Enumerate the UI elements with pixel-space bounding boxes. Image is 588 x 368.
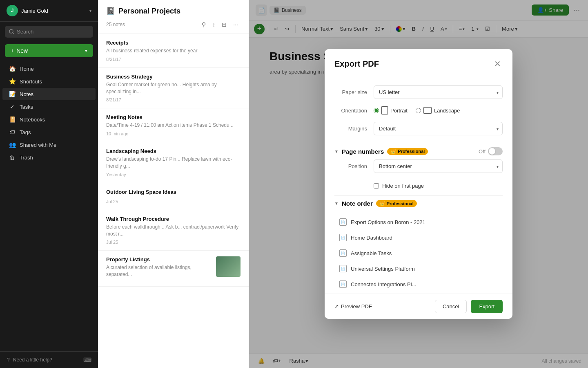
paper-size-select[interactable]: US letter A4 A3 Letter Legal — [374, 85, 503, 99]
sidebar-nav: 🏠 Home ⭐ Shortcuts 📝 Notes ✓ Tasks 📔 Not… — [0, 60, 98, 351]
note-title: Business Strategy — [106, 74, 241, 80]
paper-size-row: Paper size US letter A4 A3 Letter Legal … — [334, 85, 503, 99]
margins-row: Margins Default Narrow Wide None ▾ — [334, 122, 503, 135]
note-order-item-label: Home Dashboard — [351, 235, 392, 241]
svg-line-1 — [13, 33, 14, 34]
keyboard-icon: ⌨ — [83, 357, 91, 363]
list-item[interactable]: Property Listings A curated selection of… — [98, 251, 249, 287]
note-title: Outdoor Living Space Ideas — [106, 189, 241, 195]
export-pdf-modal: Export PDF ✕ Paper size US letter A4 A3 … — [325, 49, 512, 319]
sidebar-item-tasks[interactable]: ✓ Tasks — [2, 101, 96, 113]
hide-first-page-checkbox[interactable] — [374, 183, 379, 188]
sidebar-item-home[interactable]: 🏠 Home — [2, 63, 96, 75]
orientation-row: Orientation Portrait Landscape — [334, 106, 503, 114]
sidebar-item-shortcuts[interactable]: ⭐ Shortcuts — [2, 75, 96, 88]
shared-icon: 👥 — [9, 141, 16, 148]
filter-button[interactable]: ⚲ — [199, 20, 208, 29]
more-options-button[interactable]: ··· — [231, 20, 241, 29]
note-title: Property Listings — [106, 256, 212, 263]
modal-header: Export PDF ✕ — [325, 49, 512, 77]
search-label: Search — [17, 29, 33, 35]
note-preview: Before each walkthrough... Ask b... cont… — [106, 224, 241, 238]
list-item[interactable]: 📄 Home Dashboard — [334, 230, 503, 245]
sidebar-item-notes[interactable]: 📝 Notes — [2, 88, 96, 100]
portrait-radio[interactable] — [374, 108, 379, 113]
sidebar-item-label: Tags — [20, 129, 31, 135]
close-button[interactable]: ✕ — [492, 57, 503, 70]
note-title: Landscaping Needs — [106, 148, 241, 154]
sidebar-item-trash[interactable]: 🗑 Trash — [2, 151, 96, 164]
cancel-button[interactable]: Cancel — [435, 300, 467, 313]
preview-pdf-button[interactable]: ↗ Preview PDF — [334, 303, 372, 310]
sidebar-header[interactable]: J Jamie Gold ▾ — [0, 0, 98, 22]
landscape-preview-icon — [423, 107, 432, 114]
new-label: New — [16, 47, 28, 54]
view-toggle-button[interactable]: ⊟ — [219, 20, 229, 29]
editor-area: 📄 📓 Business 👤+ Share ··· + ↩ ↪ Normal T… — [249, 0, 588, 368]
note-title: Receipts — [106, 40, 241, 46]
export-button[interactable]: Export — [471, 300, 503, 313]
collapse-icon: ▼ — [334, 149, 339, 154]
note-order-list: 📄 Export Options on Boron - 2021 📄 Home … — [334, 211, 503, 294]
toggle-thumb — [489, 148, 495, 155]
sidebar-footer[interactable]: ? Need a little help? ⌨ — [0, 351, 98, 368]
portrait-preview-icon — [381, 106, 388, 114]
margins-label: Margins — [334, 126, 367, 132]
portrait-label: Portrait — [390, 108, 408, 114]
new-button[interactable]: + New ▾ — [5, 44, 93, 57]
list-item[interactable]: Landscaping Needs Drew's landscaping to-… — [98, 142, 249, 183]
sidebar-item-label: Notes — [20, 91, 33, 97]
landscape-radio[interactable] — [416, 108, 421, 113]
external-link-icon: ↗ — [334, 303, 339, 310]
landscape-option[interactable]: Landscape — [416, 107, 460, 114]
margins-select[interactable]: Default Narrow Wide None — [374, 122, 503, 135]
position-select[interactable]: Bottom center Bottom left Bottom right T… — [374, 159, 503, 173]
note-items: Receipts All business-related expenses f… — [98, 34, 249, 368]
portrait-option[interactable]: Portrait — [374, 106, 408, 114]
toggle-button[interactable] — [488, 147, 503, 155]
note-list-header: 📓 Personal Projects 25 notes ⚲ ↕ ⊟ ··· — [98, 0, 249, 34]
paper-size-select-wrapper: US letter A4 A3 Letter Legal ▾ — [374, 85, 503, 99]
list-item[interactable]: Outdoor Living Space Ideas Jul 25 — [98, 183, 249, 210]
sidebar-item-tags[interactable]: 🏷 Tags — [2, 126, 96, 138]
list-item[interactable]: Meeting Notes Date/Time 4-19 / 11:00 am … — [98, 108, 249, 142]
hide-first-page-row: Hide on first page — [334, 180, 503, 191]
sidebar-item-label: Home — [20, 66, 34, 72]
list-item[interactable]: Walk Through Procedure Before each walkt… — [98, 210, 249, 251]
note-preview: Goal Corner market for green ho... Heigh… — [106, 81, 241, 95]
sidebar-item-label: Tasks — [20, 104, 33, 110]
pro-badge: 👑 Professional — [387, 148, 428, 155]
notebook-icon: 📓 — [106, 7, 115, 16]
page-numbers-content: Position Bottom center Bottom left Botto… — [334, 159, 503, 195]
sort-button[interactable]: ↕ — [210, 20, 218, 29]
avatar: J — [7, 5, 18, 16]
note-date: Yesterday — [106, 172, 241, 177]
list-item[interactable]: 📄 Export Options on Boron - 2021 — [334, 214, 503, 230]
list-item[interactable]: 📄 Connected Integrations Pl... — [334, 276, 503, 292]
position-select-wrapper: Bottom center Bottom left Bottom right T… — [374, 159, 503, 173]
orientation-label: Orientation — [334, 108, 367, 114]
pro-badge: 👑 Professional — [376, 200, 417, 207]
list-item[interactable]: Business Strategy Goal Corner market for… — [98, 68, 249, 109]
list-item[interactable]: 📄 Assignable Tasks — [334, 245, 503, 261]
note-order-section-header[interactable]: ▼ Note order 👑 Professional — [334, 195, 503, 211]
page-numbers-title: Page numbers — [342, 148, 384, 155]
modal-title: Export PDF — [334, 59, 379, 69]
notebooks-icon: 📔 — [9, 116, 16, 123]
help-icon: ? — [7, 357, 10, 363]
list-item[interactable]: 📄 Universal Settings Platform — [334, 261, 503, 276]
search-input[interactable]: Search — [5, 26, 93, 38]
sidebar-item-notebooks[interactable]: 📔 Notebooks — [2, 113, 96, 126]
trash-icon: 🗑 — [9, 154, 16, 161]
page-numbers-toggle: Off — [479, 147, 503, 155]
svg-point-0 — [9, 29, 13, 33]
help-label: Need a little help? — [13, 357, 52, 363]
list-item[interactable]: Receipts All business-related expenses f… — [98, 34, 249, 68]
note-thumbnail — [216, 256, 241, 277]
sidebar-item-label: Notebooks — [20, 117, 45, 123]
modal-footer: ↗ Preview PDF Cancel Export — [325, 294, 512, 319]
sidebar-item-shared[interactable]: 👥 Shared with Me — [2, 139, 96, 151]
toggle-off-label: Off — [479, 148, 486, 155]
crown-icon: 👑 — [379, 201, 385, 206]
page-numbers-section-header[interactable]: ▼ Page numbers 👑 Professional Off — [334, 143, 503, 159]
